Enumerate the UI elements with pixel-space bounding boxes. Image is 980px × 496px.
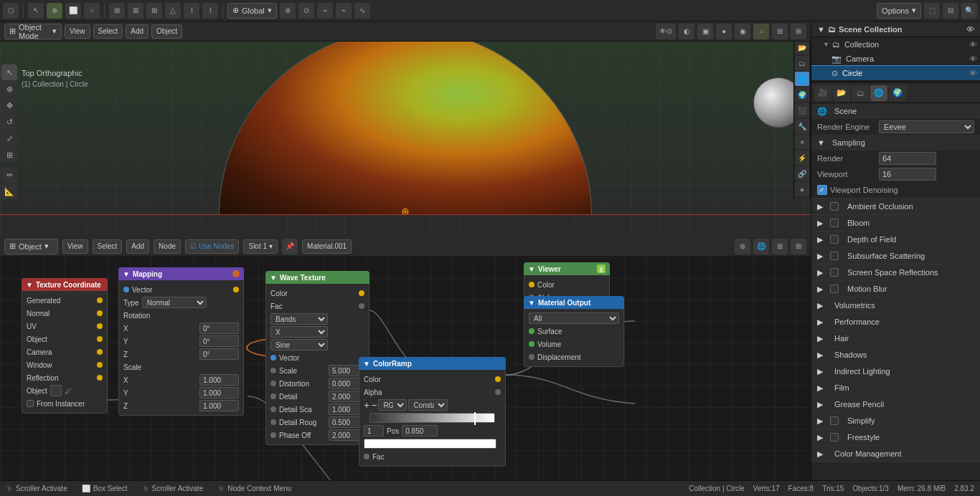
rotate-tool[interactable]: ↺ <box>1 114 17 130</box>
scene-section-header[interactable]: 🌐 Scene <box>811 103 980 119</box>
colorramp-gradient[interactable] <box>369 413 495 423</box>
tab-render[interactable]: 🎥 <box>814 85 831 101</box>
snap-icon[interactable]: ⊛ <box>280 3 296 19</box>
viewport-extra1[interactable]: ⊞ <box>772 24 788 39</box>
texcoord-window-dot[interactable] <box>97 362 103 368</box>
output-props-icon[interactable]: 📂 <box>795 40 809 54</box>
object-menu[interactable]: Object <box>151 24 182 39</box>
icon-i[interactable]: ∿ <box>354 3 370 19</box>
icon-d[interactable]: △ <box>165 3 181 19</box>
mapping-type-select[interactable]: Normal <box>142 297 207 308</box>
colorramp-fac-dot[interactable] <box>364 454 369 459</box>
viewer-color-dot[interactable] <box>529 282 534 287</box>
colorramp-color-dot[interactable] <box>495 376 501 382</box>
cursor-tool[interactable]: ⊕ <box>1 81 17 97</box>
cursor-tool-icon[interactable]: ⊕ <box>47 3 62 19</box>
camera-eye-icon[interactable]: 👁 <box>969 54 977 63</box>
gradient-stop[interactable] <box>474 412 476 425</box>
tab-output[interactable]: 📂 <box>833 85 850 101</box>
colorramp-alpha-dot[interactable] <box>495 389 501 395</box>
node-add-menu[interactable]: Add <box>126 239 149 254</box>
icon-f[interactable]: ⌇ <box>202 3 218 19</box>
texcoord-generated-dot[interactable] <box>97 297 103 303</box>
select-menu[interactable]: Select <box>93 24 123 39</box>
hair-header[interactable]: ▶ Hair <box>811 330 980 346</box>
sampling-header[interactable]: ▼ Sampling <box>811 135 980 151</box>
matoutput-header[interactable]: ▼ Material Output <box>524 296 624 309</box>
shading-solid-icon[interactable]: ● <box>716 24 732 39</box>
viewport-overlays-icon[interactable]: 👁⊙ <box>656 24 676 39</box>
scale-tool[interactable]: ⤢ <box>1 130 17 146</box>
viewport-denoising-checkbox[interactable]: ✓ <box>817 185 827 195</box>
node-header-icon3[interactable]: ⊞ <box>772 239 788 254</box>
wave-drough-dot[interactable] <box>270 419 276 425</box>
mapping-vector-out-dot[interactable] <box>233 287 239 292</box>
node-color-ramp[interactable]: ▼ ColorRamp Color Alpha + − RGB Consta <box>359 357 506 467</box>
editor-switch-icon[interactable]: ⊟ <box>943 3 958 19</box>
shadows-header[interactable]: ▶ Shadows <box>811 347 980 363</box>
texcoord-reflection-dot[interactable] <box>97 375 103 381</box>
material-props-icon[interactable]: ● <box>795 182 809 196</box>
viewport-shading-icon[interactable]: ◐ <box>679 24 694 39</box>
node-texture-coordinate[interactable]: ▼ Texture Coordinate Generated Normal UV… <box>22 278 108 414</box>
wave-phase-dot[interactable] <box>270 432 276 438</box>
node-pin-icon[interactable]: 📌 <box>282 239 298 254</box>
icon-h[interactable]: ⌁ <box>336 3 352 19</box>
node-mapping[interactable]: ▼ Mapping Vector Type Normal Rotation <box>118 267 244 416</box>
wave-vector-dot[interactable] <box>270 355 276 361</box>
colorramp-interp-select[interactable]: Consta <box>408 399 448 411</box>
colorramp-remove-btn[interactable]: − <box>371 399 377 411</box>
colorramp-pos-input[interactable] <box>402 425 438 437</box>
wave-color-dot[interactable] <box>359 290 364 296</box>
shading-mat-icon[interactable]: ◉ <box>735 24 750 39</box>
wave-sine-select[interactable]: Sine <box>270 339 328 350</box>
icon-a[interactable]: ⊞ <box>109 3 125 19</box>
wave-fac-dot[interactable] <box>359 303 364 309</box>
blender-logo-icon[interactable]: ⬡ <box>3 3 19 19</box>
matoutput-volume-dot[interactable] <box>529 341 534 347</box>
perf-header[interactable]: ▶ Performance <box>811 314 980 330</box>
viewport-canvas[interactable]: ⊕ Top Orthographic (1) Collection | Circ… <box>0 42 811 237</box>
bloom-header[interactable]: ▶ Bloom <box>811 215 980 231</box>
editor-type-dropdown[interactable]: ⊞ Object Mode ▾ <box>4 24 62 39</box>
mapping-rot-y-input[interactable] <box>199 335 239 347</box>
mapping-scale-z-input[interactable] <box>199 400 239 411</box>
scene-props-icon[interactable]: 🌐 <box>795 72 809 86</box>
mapping-rot-x-input[interactable] <box>199 323 239 334</box>
node-wave-texture[interactable]: ▼ Wave Texture Color Fac Bands X <box>265 271 369 445</box>
shading-render-icon[interactable]: ○ <box>753 24 769 39</box>
mapping-header[interactable]: ▼ Mapping <box>118 267 244 280</box>
wave-scale-dot[interactable] <box>270 368 276 373</box>
indirect-lighting-header[interactable]: ▶ Indirect Lighting <box>811 363 980 379</box>
texcoord-eyedropper[interactable]: 🖊 <box>65 387 72 395</box>
mapping-scale-y-input[interactable] <box>199 387 239 399</box>
collection-eye-icon[interactable]: 👁 <box>969 40 977 49</box>
box-select-icon[interactable]: ⬜ <box>65 3 81 19</box>
icon-b[interactable]: ⊞ <box>128 3 143 19</box>
outliner-collection-row[interactable]: ▼ 🗂 Collection 👁 <box>811 37 980 52</box>
texcoord-object-field[interactable] <box>50 385 62 396</box>
motionblur-header[interactable]: ▶ Motion Blur <box>811 281 980 297</box>
select-tool-icon[interactable]: ↖ <box>28 3 44 19</box>
node-header-icon1[interactable]: ⊛ <box>735 239 750 254</box>
mapping-header-dot[interactable] <box>232 270 240 277</box>
texcoord-instancer-checkbox[interactable] <box>27 400 34 407</box>
transform-tool[interactable]: ⊞ <box>1 147 17 163</box>
mapping-scale-x-input[interactable] <box>199 374 239 386</box>
volumetrics-header[interactable]: ▶ Volumetrics <box>811 297 980 313</box>
node-view-menu[interactable]: View <box>62 239 88 254</box>
material-slot-dropdown[interactable]: Material.001 <box>302 239 352 254</box>
node-header-icon4[interactable]: ⊞ <box>791 239 806 254</box>
viewport-3d[interactable]: ⊞ Object Mode ▾ View Select Add Object 👁… <box>0 22 811 237</box>
ambient-occlusion-header[interactable]: ▶ Ambient Occlusion <box>811 199 980 214</box>
modifier-props-icon[interactable]: 🔧 <box>795 119 809 133</box>
texcoord-camera-dot[interactable] <box>97 349 103 355</box>
node-node-menu[interactable]: Node <box>154 239 181 254</box>
wave-header[interactable]: ▼ Wave Texture <box>265 271 369 284</box>
circle-select-icon[interactable]: ○ <box>84 3 100 19</box>
matoutput-target-select[interactable]: All <box>529 313 619 324</box>
wave-detail-dot[interactable] <box>270 394 276 399</box>
texcoord-header[interactable]: ▼ Texture Coordinate <box>22 278 108 291</box>
view-layer-icon[interactable]: 🗂 <box>795 56 809 70</box>
matoutput-surface-dot[interactable] <box>529 328 534 334</box>
